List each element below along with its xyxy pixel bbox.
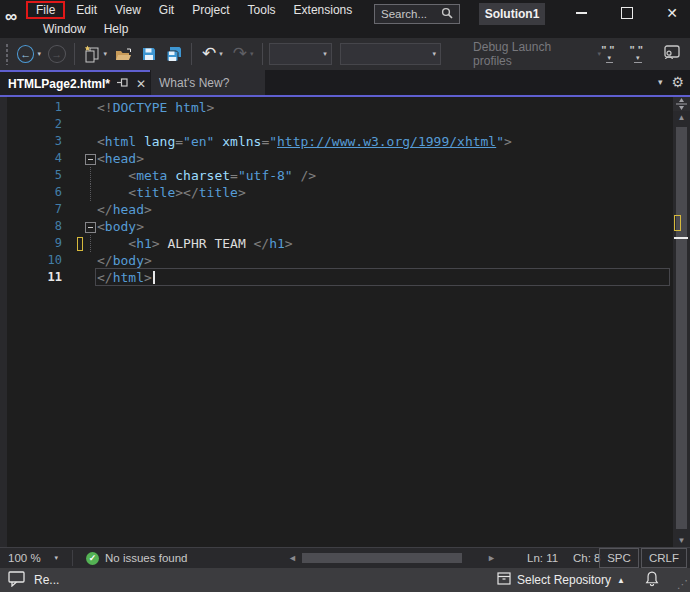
fold-toggle[interactable] [85, 222, 96, 233]
tab-bar: ▾ ⚙ HTMLPage2.html*✕What's New? [0, 70, 690, 97]
new-file-button[interactable] [83, 45, 101, 63]
check-circle-icon: ✓ [86, 552, 99, 565]
scroll-left-button[interactable]: ◄ [288, 548, 297, 568]
menu-item-project[interactable]: Project [183, 2, 238, 18]
menu-row-2: WindowHelp [34, 19, 137, 38]
vertical-scrollbar[interactable]: ▲ ▼ [673, 97, 690, 547]
pin-icon[interactable] [117, 77, 129, 91]
column-indicator[interactable]: Ch: 8 [573, 548, 601, 568]
save-all-button[interactable] [165, 46, 183, 62]
tab-bar-extras: ▾ ⚙ [658, 75, 684, 89]
code-text: </head> [97, 201, 152, 218]
code-text: <!DOCTYPE html> [97, 99, 214, 116]
issues-indicator[interactable]: ✓ No issues found [86, 548, 187, 568]
maximize-icon [621, 7, 633, 19]
tab-what-s-new[interactable]: What's New? [151, 70, 265, 95]
feedback-label: Re... [34, 573, 59, 587]
caret-down-icon: ▾ [634, 54, 642, 63]
tab-label: HTMLPage2.html* [8, 77, 110, 91]
menu-item-file[interactable]: File [26, 1, 65, 19]
quote-tool-button-2[interactable]: "" ▾ [630, 46, 646, 63]
line-indicator[interactable]: Ln: 11 [527, 548, 558, 568]
debug-launch-profiles-label: Debug Launch profiles [473, 40, 590, 68]
menu-item-view[interactable]: View [106, 2, 150, 18]
code-text: <h1> ALPHR TEAM </h1> [97, 235, 293, 252]
quote-tool-button-1[interactable]: "" ▾ [601, 46, 617, 63]
search-input[interactable]: Search... [374, 4, 460, 24]
line-number: 4 [28, 151, 62, 165]
close-button[interactable]: ✕ [657, 0, 687, 26]
code-line-9: 9 <h1> ALPHR TEAM </h1> [0, 235, 670, 252]
editor-options-gear-icon[interactable]: ⚙ [671, 75, 684, 89]
line-number: 2 [28, 117, 62, 131]
minimize-icon [576, 12, 587, 14]
toolbar-combo-2[interactable]: ▾ [340, 43, 441, 65]
live-share-button[interactable] [664, 45, 680, 63]
splitter-handle[interactable] [673, 97, 690, 111]
issues-text: No issues found [105, 552, 187, 564]
change-marker [77, 237, 83, 251]
scroll-right-button[interactable]: ► [487, 548, 496, 568]
menu-item-edit[interactable]: Edit [67, 2, 106, 18]
tab-htmlpage2-html[interactable]: HTMLPage2.html*✕ [0, 70, 150, 95]
undo-caret-icon[interactable]: ▾ [219, 50, 223, 58]
maximize-button[interactable] [612, 0, 642, 26]
debug-launch-profiles-dropdown[interactable]: Debug Launch profiles ▾ [473, 40, 601, 68]
code-line-11: 11</html> [0, 269, 670, 286]
quotes-icon: "" [630, 46, 646, 54]
spaces-indicator[interactable]: SPC [599, 548, 639, 568]
tab-close-icon[interactable]: ✕ [136, 77, 146, 91]
solution-badge[interactable]: Solution1 [479, 3, 545, 25]
navigate-forward-button[interactable]: → [48, 45, 66, 63]
fold-guide [90, 167, 91, 184]
line-number: 10 [28, 253, 62, 267]
menu-item-help[interactable]: Help [95, 21, 138, 37]
line-number: 1 [28, 100, 62, 114]
toolbar-combo-1[interactable]: ▾ [269, 43, 331, 65]
new-file-caret-icon[interactable]: ▾ [104, 50, 108, 58]
repository-icon [497, 572, 511, 588]
menu-item-window[interactable]: Window [34, 21, 95, 37]
status-bar: Re... Select Repository ▲ ⋰ [0, 568, 690, 592]
menu-item-extensions[interactable]: Extensions [285, 2, 362, 18]
zoom-level: 100 % [8, 552, 41, 564]
combo-caret-icon: ▾ [433, 50, 437, 58]
zoom-selector[interactable]: 100 % ▾ [8, 548, 58, 568]
open-folder-button[interactable] [115, 47, 133, 62]
scroll-down-button[interactable]: ▼ [673, 536, 690, 545]
code-line-7: 7</head> [0, 201, 670, 218]
code-line-3: 3<html lang="en" xmlns="http://www.w3.or… [0, 133, 670, 150]
fold-toggle[interactable] [85, 154, 96, 165]
code-text: </body> [97, 252, 152, 269]
navigate-back-button[interactable]: ← [17, 45, 35, 63]
select-repository-button[interactable]: Select Repository ▲ [497, 568, 625, 592]
combo-caret-icon: ▾ [323, 50, 327, 58]
code-line-4: 4<head> [0, 150, 670, 167]
scrollbar-thumb[interactable] [676, 127, 687, 529]
toolbar-grip-handle[interactable] [5, 43, 9, 65]
notifications-button[interactable] [645, 568, 659, 592]
minimize-button[interactable] [566, 0, 596, 26]
feedback-button[interactable]: Re... [8, 568, 59, 592]
caret-position-marker [674, 237, 688, 239]
visual-studio-window: ∞ FileEditViewGitProjectToolsExtensions … [0, 0, 690, 592]
toolbar-separator [262, 43, 263, 65]
redo-caret-icon[interactable]: ▾ [250, 50, 254, 58]
line-ending-indicator[interactable]: CRLF [641, 548, 687, 568]
horizontal-scrollbar[interactable] [299, 552, 484, 564]
scroll-up-button[interactable]: ▲ [673, 113, 690, 122]
menu-item-git[interactable]: Git [150, 2, 183, 18]
document-list-chevron-icon[interactable]: ▾ [658, 77, 663, 87]
code-text: <title></title> [97, 184, 246, 201]
line-number: 5 [28, 168, 62, 182]
bell-icon [645, 571, 659, 590]
code-text: </html> [97, 269, 155, 286]
undo-button[interactable]: ↶ [202, 47, 216, 61]
navigate-back-caret-icon[interactable]: ▾ [37, 50, 41, 58]
resize-grip[interactable]: ⋰ [677, 578, 688, 591]
redo-button[interactable]: ↷ [233, 47, 247, 61]
code-editor[interactable]: 1<!DOCTYPE html>23<html lang="en" xmlns=… [0, 97, 690, 547]
save-button[interactable] [141, 46, 157, 62]
horizontal-scrollbar-thumb[interactable] [302, 553, 462, 563]
menu-item-tools[interactable]: Tools [239, 2, 285, 18]
